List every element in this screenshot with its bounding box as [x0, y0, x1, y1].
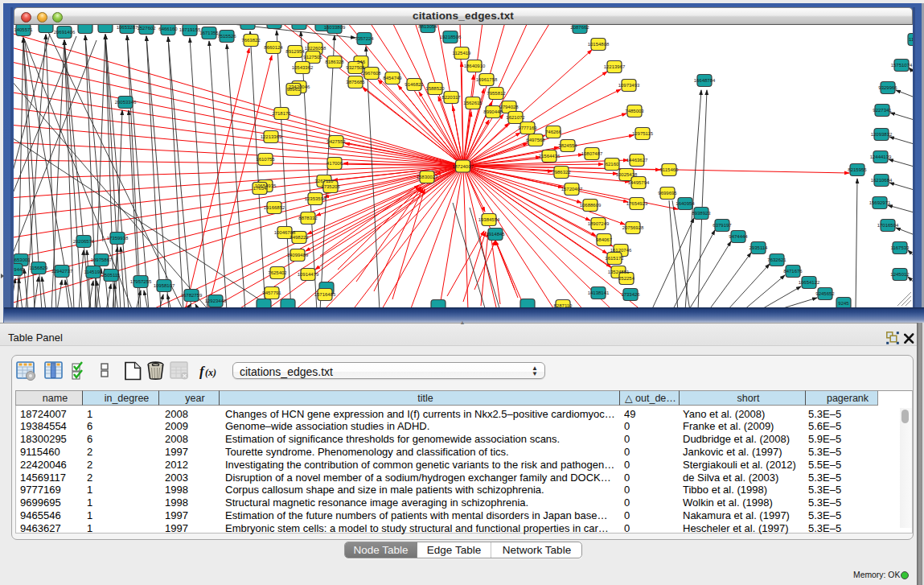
svg-text:3824554: 3824554 — [558, 143, 577, 148]
svg-text:1671355: 1671355 — [199, 31, 219, 35]
svg-text:10975867: 10975867 — [91, 257, 113, 262]
svg-text:3498222: 3498222 — [290, 235, 309, 240]
svg-text:8471676: 8471676 — [783, 269, 803, 274]
svg-text:12213967: 12213967 — [604, 64, 626, 69]
svg-text:12923448: 12923448 — [205, 299, 227, 303]
svg-text:1733426: 1733426 — [621, 292, 640, 297]
svg-text:252254: 252254 — [618, 276, 635, 281]
svg-text:12353594: 12353594 — [305, 196, 326, 201]
svg-text:7955812: 7955812 — [487, 91, 506, 96]
svg-text:16782759: 16782759 — [181, 293, 203, 298]
svg-text:1156829: 1156829 — [30, 266, 49, 270]
svg-text:14463627: 14463627 — [626, 158, 648, 163]
svg-text:20691406: 20691406 — [54, 30, 76, 35]
svg-text:16033809: 16033809 — [324, 25, 346, 30]
svg-text:8220317: 8220317 — [441, 95, 461, 100]
svg-text:7632621: 7632621 — [767, 257, 786, 262]
svg-text:6466160: 6466160 — [158, 27, 178, 31]
svg-text:9457791: 9457791 — [262, 290, 281, 295]
svg-text:20053346: 20053346 — [115, 100, 137, 105]
svg-text:1615172: 1615172 — [605, 256, 624, 261]
svg-text:9127505: 9127505 — [303, 55, 322, 60]
svg-text:15720407: 15720407 — [561, 187, 583, 192]
svg-text:14495794: 14495794 — [628, 180, 650, 185]
svg-text:18724007: 18724007 — [452, 164, 474, 169]
svg-text:8990448: 8990448 — [483, 109, 503, 114]
svg-text:18907249: 18907249 — [588, 221, 610, 226]
svg-text:546: 546 — [357, 60, 366, 64]
svg-text:9794028: 9794028 — [499, 105, 519, 109]
svg-text:10807487: 10807487 — [581, 151, 603, 156]
svg-text:14138141: 14138141 — [588, 290, 610, 295]
svg-text:16210684: 16210684 — [871, 178, 893, 183]
svg-text:62160: 62160 — [606, 162, 619, 167]
svg-text:15716485: 15716485 — [314, 292, 336, 297]
svg-text:(x): (x) — [205, 367, 216, 378]
svg-text:12093832: 12093832 — [871, 132, 893, 137]
svg-text:13226058: 13226058 — [305, 46, 326, 51]
svg-text:2505115: 2505115 — [102, 273, 121, 278]
svg-text:1588520: 1588520 — [425, 86, 445, 91]
svg-text:8660124: 8660124 — [264, 45, 283, 50]
svg-text:11127: 11127 — [909, 37, 913, 42]
svg-text:8878332: 8878332 — [298, 216, 318, 220]
svg-text:10688609: 10688609 — [580, 203, 602, 208]
svg-text:9146821: 9146821 — [405, 82, 424, 87]
svg-text:1610755: 1610755 — [256, 157, 275, 162]
svg-text:8912954: 8912954 — [285, 49, 305, 54]
svg-text:7625402: 7625402 — [268, 270, 287, 275]
svg-text:15830027: 15830027 — [417, 175, 438, 179]
svg-text:417006: 417006 — [326, 161, 343, 166]
svg-text:15692971: 15692971 — [869, 200, 891, 205]
svg-text:9245: 9245 — [838, 301, 849, 306]
svg-text:19218506: 19218506 — [440, 35, 462, 39]
svg-text:8186328: 8186328 — [325, 60, 344, 64]
svg-text:21564436: 21564436 — [539, 154, 561, 159]
svg-text:10025438: 10025438 — [616, 172, 638, 177]
svg-text:14099489: 14099489 — [287, 253, 309, 257]
svg-text:9427552: 9427552 — [326, 139, 346, 144]
svg-text:746266: 746266 — [545, 130, 562, 134]
svg-text:1405571: 1405571 — [14, 27, 33, 32]
svg-text:1640954: 1640954 — [676, 201, 695, 206]
svg-text:7357224: 7357224 — [355, 36, 374, 41]
svg-text:1914845: 1914845 — [486, 232, 505, 237]
svg-text:10973493: 10973493 — [618, 83, 640, 88]
svg-text:1527602: 1527602 — [137, 26, 156, 31]
svg-text:17957255: 17957255 — [130, 279, 152, 284]
svg-text:7515526: 7515526 — [217, 34, 236, 39]
svg-text:20756928: 20756928 — [622, 225, 644, 230]
svg-text:2087662: 2087662 — [570, 25, 589, 30]
svg-text:7663822: 7663822 — [241, 38, 261, 43]
svg-text:1621072: 1621072 — [506, 115, 525, 120]
svg-text:9329966: 9329966 — [878, 85, 897, 90]
svg-text:1167533: 1167533 — [891, 245, 910, 250]
svg-text:13524851: 13524851 — [608, 270, 630, 274]
svg-text:18640910: 18640910 — [464, 64, 486, 68]
svg-text:1562615: 1562615 — [463, 101, 483, 105]
svg-text:1145193: 1145193 — [84, 270, 104, 274]
svg-text:19384554: 19384554 — [478, 217, 500, 222]
svg-text:9115460: 9115460 — [660, 167, 680, 172]
svg-text:15751074: 15751074 — [891, 63, 913, 68]
svg-text:17359938: 17359938 — [107, 236, 129, 241]
svg-text:9474444: 9474444 — [729, 234, 748, 239]
svg-text:9699695: 9699695 — [658, 191, 677, 196]
svg-text:9777169: 9777169 — [518, 126, 537, 130]
svg-text:12942737: 12942737 — [51, 269, 73, 274]
svg-text:10914479: 10914479 — [298, 272, 319, 277]
svg-text:20206576: 20206576 — [73, 239, 95, 244]
svg-text:3875685: 3875685 — [346, 80, 365, 84]
svg-text:12975115: 12975115 — [632, 131, 654, 136]
svg-text:10719155: 10719155 — [179, 27, 201, 32]
svg-text:1125419: 1125419 — [453, 51, 472, 56]
svg-text:16648784: 16648784 — [694, 78, 716, 83]
svg-text:17016504: 17016504 — [877, 223, 899, 228]
svg-text:98961: 98961 — [287, 87, 301, 92]
svg-text:984067: 984067 — [596, 237, 613, 242]
svg-text:8813054: 8813054 — [418, 25, 437, 29]
svg-text:12444139: 12444139 — [870, 154, 892, 159]
svg-text:9227341: 9227341 — [873, 108, 892, 113]
svg-text:8215955: 8215955 — [848, 167, 867, 172]
svg-text:10154808: 10154808 — [588, 42, 610, 47]
